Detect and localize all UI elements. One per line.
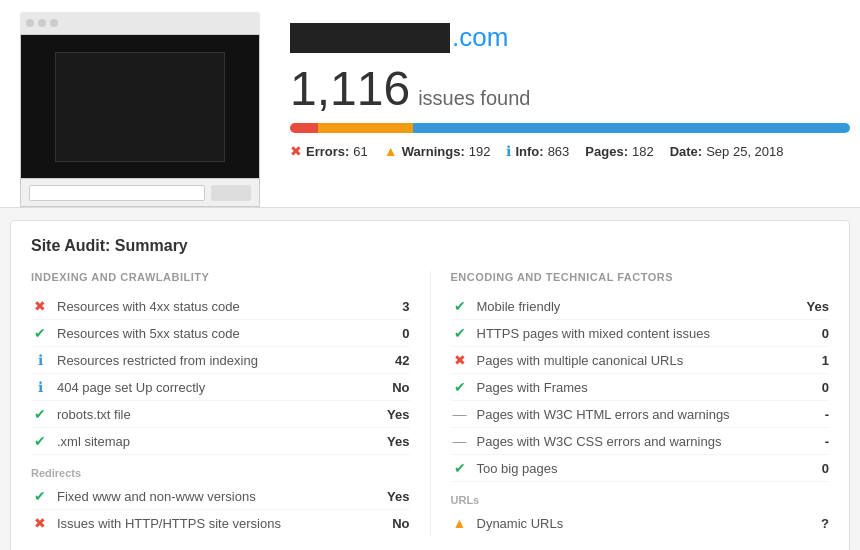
dot2: [38, 19, 46, 27]
ok-icon-robots: ✔: [31, 406, 49, 422]
row-sitemap: ✔ .xml sitemap Yes: [31, 428, 410, 455]
pages-value: 182: [632, 144, 654, 159]
value-robots: Yes: [380, 407, 410, 422]
stat-warnings: ▲ Warnings: 192: [384, 143, 491, 159]
site-domain: .com: [290, 22, 850, 53]
date-value: Sep 25, 2018: [706, 144, 783, 159]
label-5xx: Resources with 5xx status code: [49, 326, 380, 341]
info-icon-restricted: ℹ: [31, 352, 49, 368]
row-w3c-html: — Pages with W3C HTML errors and warning…: [451, 401, 830, 428]
info-value: 863: [548, 144, 570, 159]
label-https: Issues with HTTP/HTTPS site versions: [49, 516, 380, 531]
pages-label: Pages:: [585, 144, 628, 159]
right-column: Encoding and technical factors ✔ Mobile …: [451, 271, 830, 536]
header-area: .com 1,116 issues found ✖ Errors: 61 ▲ W…: [0, 0, 860, 208]
warnings-value: 192: [469, 144, 491, 159]
value-w3c-html: -: [799, 407, 829, 422]
label-4xx: Resources with 4xx status code: [49, 299, 380, 314]
value-w3c-css: -: [799, 434, 829, 449]
dot3: [50, 19, 58, 27]
row-restricted: ℹ Resources restricted from indexing 42: [31, 347, 410, 374]
label-mobile: Mobile friendly: [469, 299, 800, 314]
info-icon-404: ℹ: [31, 379, 49, 395]
site-preview: [20, 12, 260, 207]
errors-label: Errors:: [306, 144, 349, 159]
preview-inner: [55, 52, 225, 162]
row-www: ✔ Fixed www and non-www versions Yes: [31, 483, 410, 510]
left-column: Indexing and crawlability ✖ Resources wi…: [31, 271, 431, 536]
errors-value: 61: [353, 144, 367, 159]
ok-icon-www: ✔: [31, 488, 49, 504]
value-restricted: 42: [380, 353, 410, 368]
row-dynamic: ▲ Dynamic URLs ?: [451, 510, 830, 536]
error-icon-canonical: ✖: [451, 352, 469, 368]
ok-icon-frames: ✔: [451, 379, 469, 395]
error-icon-https: ✖: [31, 515, 49, 531]
preview-bottom: [20, 179, 260, 207]
stat-date: Date: Sep 25, 2018: [670, 144, 784, 159]
ok-icon-5xx: ✔: [31, 325, 49, 341]
redirects-heading: Redirects: [31, 467, 410, 479]
row-canonical: ✖ Pages with multiple canonical URLs 1: [451, 347, 830, 374]
value-www: Yes: [380, 489, 410, 504]
urls-heading: URLs: [451, 494, 830, 506]
value-5xx: 0: [380, 326, 410, 341]
preview-input-mock: [29, 185, 205, 201]
ok-icon-mixed: ✔: [451, 325, 469, 341]
issues-label: issues found: [418, 87, 530, 110]
value-sitemap: Yes: [380, 434, 410, 449]
issues-number: 1,116: [290, 65, 410, 113]
value-mobile: Yes: [799, 299, 829, 314]
grey-icon-w3c-html: —: [451, 406, 469, 422]
value-404: No: [380, 380, 410, 395]
error-icon-4xx: ✖: [31, 298, 49, 314]
summary-title: Site Audit: Summary: [31, 237, 829, 255]
row-mobile: ✔ Mobile friendly Yes: [451, 293, 830, 320]
ok-icon-mobile: ✔: [451, 298, 469, 314]
progress-bar: [290, 123, 850, 133]
label-robots: robots.txt file: [49, 407, 380, 422]
info-icon: ℹ: [506, 143, 511, 159]
label-sitemap: .xml sitemap: [49, 434, 380, 449]
label-frames: Pages with Frames: [469, 380, 800, 395]
domain-name-redacted: [290, 23, 450, 53]
row-404: ℹ 404 page set Up correctly No: [31, 374, 410, 401]
value-canonical: 1: [799, 353, 829, 368]
warning-icon-dynamic: ▲: [451, 515, 469, 531]
row-mixed: ✔ HTTPS pages with mixed content issues …: [451, 320, 830, 347]
row-robots: ✔ robots.txt file Yes: [31, 401, 410, 428]
label-w3c-html: Pages with W3C HTML errors and warnings: [469, 407, 800, 422]
value-https: No: [380, 516, 410, 531]
stats-row: ✖ Errors: 61 ▲ Warnings: 192 ℹ Info: 863…: [290, 143, 850, 171]
label-big-pages: Too big pages: [469, 461, 800, 476]
summary-section: Site Audit: Summary Indexing and crawlab…: [10, 220, 850, 550]
domain-extension: .com: [452, 22, 508, 53]
row-5xx: ✔ Resources with 5xx status code 0: [31, 320, 410, 347]
label-dynamic: Dynamic URLs: [469, 516, 800, 531]
header-info: .com 1,116 issues found ✖ Errors: 61 ▲ W…: [290, 12, 850, 171]
label-canonical: Pages with multiple canonical URLs: [469, 353, 800, 368]
info-label: Info:: [515, 144, 543, 159]
stat-pages: Pages: 182: [585, 144, 653, 159]
progress-info: [413, 123, 850, 133]
row-big-pages: ✔ Too big pages 0: [451, 455, 830, 482]
value-frames: 0: [799, 380, 829, 395]
preview-btn-mock: [211, 185, 251, 201]
progress-warnings: [318, 123, 413, 133]
value-dynamic: ?: [799, 516, 829, 531]
ok-icon-sitemap: ✔: [31, 433, 49, 449]
label-404: 404 page set Up correctly: [49, 380, 380, 395]
value-big-pages: 0: [799, 461, 829, 476]
ok-icon-big-pages: ✔: [451, 460, 469, 476]
row-frames: ✔ Pages with Frames 0: [451, 374, 830, 401]
row-4xx: ✖ Resources with 4xx status code 3: [31, 293, 410, 320]
right-col-heading: Encoding and technical factors: [451, 271, 830, 283]
label-www: Fixed www and non-www versions: [49, 489, 380, 504]
error-icon: ✖: [290, 143, 302, 159]
label-restricted: Resources restricted from indexing: [49, 353, 380, 368]
stat-errors: ✖ Errors: 61: [290, 143, 368, 159]
preview-bar: [20, 12, 260, 34]
left-col-heading: Indexing and crawlability: [31, 271, 410, 283]
value-mixed: 0: [799, 326, 829, 341]
label-mixed: HTTPS pages with mixed content issues: [469, 326, 800, 341]
